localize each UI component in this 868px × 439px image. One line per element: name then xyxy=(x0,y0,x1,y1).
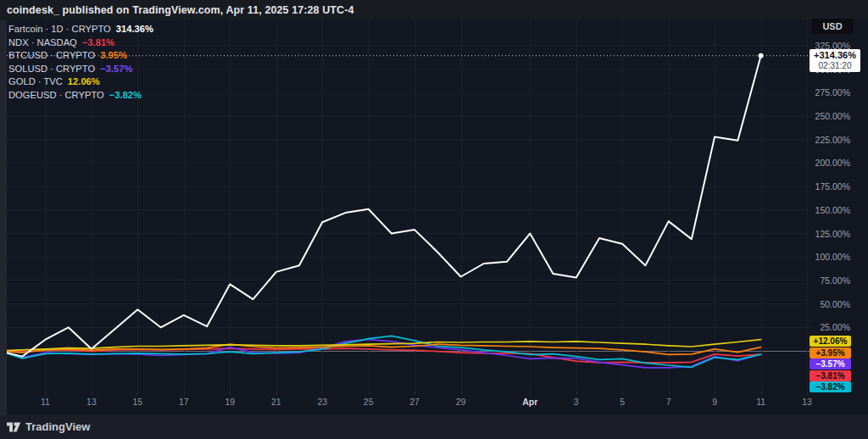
bar-countdown: 02:31:20 xyxy=(810,61,860,70)
price-tick-label: 200.00% xyxy=(795,158,850,168)
time-tick-label: 19 xyxy=(215,397,244,407)
legend-row-solusd[interactable]: SOLUSD · CRYPTO−3.57% xyxy=(8,63,153,76)
legend-value: 3.95% xyxy=(100,50,127,60)
series-price-label: −3.81% xyxy=(810,370,851,381)
price-tick-label: 75.00% xyxy=(795,275,850,286)
price-tick-label: 250.00% xyxy=(795,111,850,121)
time-tick-label: 15 xyxy=(123,397,152,407)
price-tick-label: 50.00% xyxy=(795,299,850,309)
time-tick-label: 11 xyxy=(747,397,776,407)
time-tick-label: 13 xyxy=(793,397,821,407)
legend-value: −3.82% xyxy=(109,90,142,100)
series-price-label: −3.82% xyxy=(810,381,851,392)
attribution-text: coindesk_ published on TradingView.com, … xyxy=(7,4,354,16)
time-tick-label: 5 xyxy=(608,397,637,407)
legend-value: 314.36% xyxy=(116,24,153,34)
price-tick-label: 125.00% xyxy=(795,229,850,239)
time-tick-label: 3 xyxy=(562,397,591,407)
price-tick-label: 175.00% xyxy=(795,181,850,192)
time-tick-label: 23 xyxy=(308,397,337,407)
tradingview-snapshot: coindesk_ published on TradingView.com, … xyxy=(0,0,868,439)
last-price-label: +314.36% 02:31:20 xyxy=(810,49,860,72)
price-tick-label: 225.00% xyxy=(795,135,850,145)
attribution-bar: coindesk_ published on TradingView.com, … xyxy=(0,0,868,20)
tradingview-brand[interactable]: TradingView xyxy=(25,420,90,433)
legend-symbol: Fartcoin · 1D · CRYPTO xyxy=(8,24,111,34)
time-tick-label: 27 xyxy=(400,397,429,407)
legend-symbol: NDX · NASDAQ xyxy=(8,37,77,47)
time-tick-label: 13 xyxy=(77,397,106,407)
series-price-label: −3.57% xyxy=(810,358,851,370)
time-tick-label: 11 xyxy=(31,397,59,407)
legend: Fartcoin · 1D · CRYPTO314.36% NDX · NASD… xyxy=(8,23,153,103)
time-tick-label: 17 xyxy=(170,397,198,407)
currency-toggle-usd[interactable]: USD xyxy=(811,19,854,34)
price-tick-label: 275.00% xyxy=(795,87,850,97)
legend-value: −3.57% xyxy=(100,64,132,74)
legend-row-dogeusd[interactable]: DOGEUSD · CRYPTO−3.82% xyxy=(8,89,153,103)
series-price-label: +3.95% xyxy=(810,347,851,358)
footer-bar: TradingView xyxy=(0,415,868,439)
legend-row-btcusd[interactable]: BTCUSD · CRYPTO3.95% xyxy=(8,49,153,63)
time-tick-label: Apr xyxy=(515,397,544,407)
legend-row-fartcoin[interactable]: Fartcoin · 1D · CRYPTO314.36% xyxy=(8,23,153,36)
time-tick-label: 9 xyxy=(700,397,729,407)
price-tick-label: 150.00% xyxy=(795,205,850,215)
price-tick-label: 25.00% xyxy=(795,322,850,332)
legend-symbol: BTCUSD · CRYPTO xyxy=(8,50,95,60)
last-price-value: +314.36% xyxy=(810,50,860,61)
price-tick-label: 100.00% xyxy=(795,252,850,262)
series-price-label: +12.06% xyxy=(810,336,851,347)
legend-value: 12.06% xyxy=(68,76,100,86)
last-price-marker xyxy=(759,53,764,58)
legend-symbol: SOLUSD · CRYPTO xyxy=(8,64,95,74)
time-tick-label: 7 xyxy=(654,397,683,407)
left-gutter xyxy=(0,20,7,415)
legend-symbol: GOLD · TVC xyxy=(8,76,63,86)
time-tick-label: 25 xyxy=(354,397,383,407)
time-tick-label: 29 xyxy=(447,397,476,407)
legend-row-gold[interactable]: GOLD · TVC12.06% xyxy=(8,75,153,89)
time-tick-label: 21 xyxy=(262,397,291,407)
tradingview-logo-icon[interactable] xyxy=(7,421,21,433)
legend-row-ndx[interactable]: NDX · NASDAQ−3.81% xyxy=(8,36,153,50)
legend-value: −3.81% xyxy=(82,37,114,47)
legend-symbol: DOGEUSD · CRYPTO xyxy=(8,90,104,100)
